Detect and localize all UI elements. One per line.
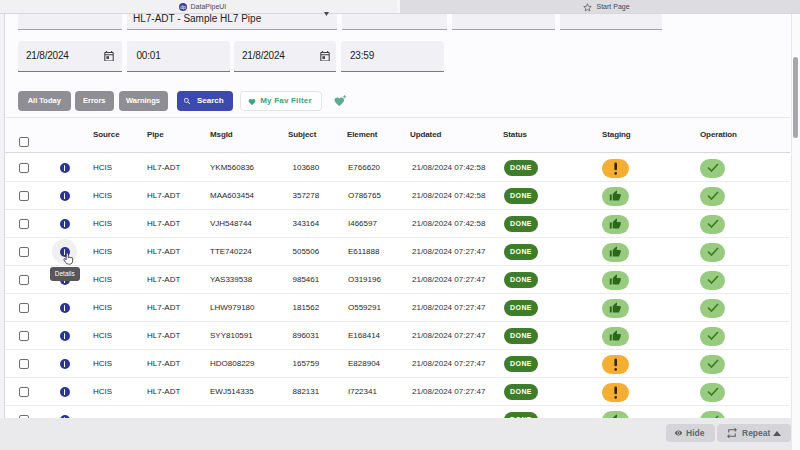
svg-text:dp: dp	[180, 4, 186, 10]
